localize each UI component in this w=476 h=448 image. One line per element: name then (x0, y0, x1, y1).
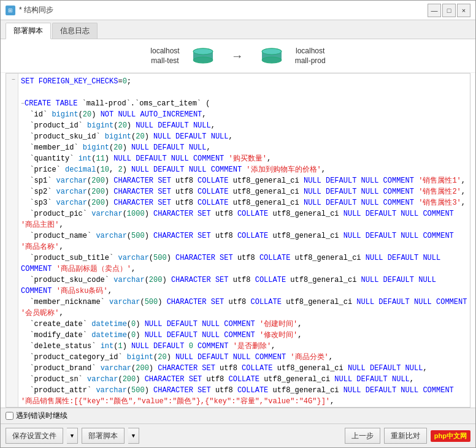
tab-bar: 部署脚本 信息日志 (1, 20, 475, 39)
target-db-info: localhost mall-prod (295, 47, 326, 65)
source-db: mall-test (151, 56, 178, 65)
target-host: localhost (296, 47, 324, 55)
target-db-icon (261, 47, 283, 64)
brand-badge: php中文网 (431, 430, 470, 442)
svg-point-3 (193, 48, 213, 55)
db-header: localhost mall-test → localhost mall-pro… (1, 39, 475, 73)
collapse-btn[interactable]: − (12, 76, 15, 83)
continue-on-error-label: 遇到错误时继续 (16, 411, 67, 421)
source-host: localhost (150, 47, 179, 55)
footer: 保存设置文件 ▼ 部署脚本 ▼ 上一步 重新比对 php中文网 (1, 423, 475, 447)
checkbox-row: 遇到错误时继续 (6, 411, 67, 421)
minimize-button[interactable]: — (428, 4, 441, 17)
svg-point-2 (193, 57, 213, 63)
bottom-bar: 遇到错误时继续 (1, 408, 475, 423)
save-settings-button[interactable]: 保存设置文件 (6, 428, 63, 444)
source-db-info: localhost mall-test (150, 47, 179, 65)
save-settings-dropdown[interactable]: ▼ (67, 428, 78, 444)
svg-point-7 (262, 48, 282, 55)
deploy-script-dropdown[interactable]: ▼ (128, 428, 139, 444)
tab-deploy[interactable]: 部署脚本 (6, 23, 51, 39)
svg-point-6 (262, 57, 282, 63)
main-content: localhost mall-test → localhost mall-pro… (1, 39, 475, 423)
close-button[interactable]: × (457, 4, 470, 17)
arrow-icon: → (231, 49, 244, 63)
source-db-icon (192, 47, 214, 64)
sql-code-area[interactable]: SET FOREIGN_KEY_CHECKS=0; −CREATE TABLE … (18, 74, 470, 407)
tab-log[interactable]: 信息日志 (52, 23, 98, 39)
title-bar: ⊞ * 结构同步 — □ × (1, 1, 475, 20)
target-db: mall-prod (295, 56, 326, 65)
prev-button[interactable]: 上一步 (345, 428, 380, 444)
maximize-button[interactable]: □ (442, 4, 456, 17)
continue-on-error-checkbox[interactable] (6, 412, 13, 420)
app-icon: ⊞ (6, 6, 15, 15)
deploy-script-button[interactable]: 部署脚本 (82, 428, 125, 444)
refresh-button[interactable]: 重新比对 (384, 428, 427, 444)
title-bar-left: ⊞ * 结构同步 (6, 5, 53, 15)
line-gutter: − (6, 74, 18, 407)
main-window: ⊞ * 结构同步 — □ × 部署脚本 信息日志 localhost mall-… (0, 0, 476, 448)
window-title: * 结构同步 (19, 5, 53, 15)
title-bar-controls: — □ × (428, 4, 470, 17)
code-editor: − SET FOREIGN_KEY_CHECKS=0; −CREATE TABL… (6, 73, 470, 408)
